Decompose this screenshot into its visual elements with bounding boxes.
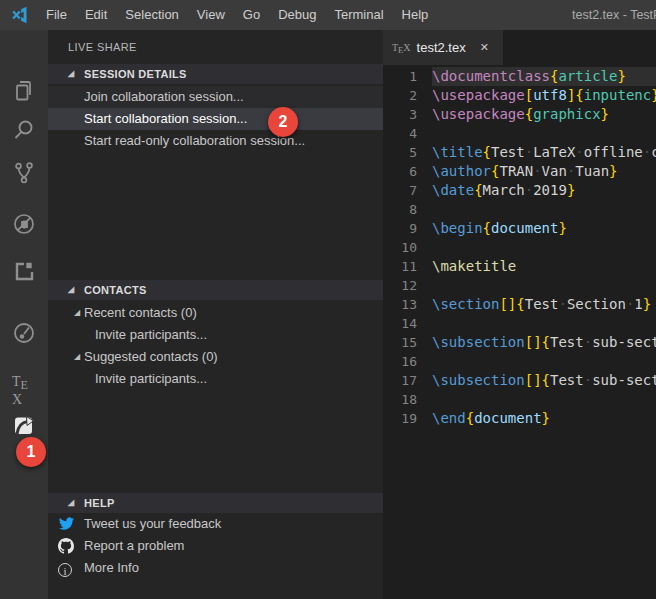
info-icon: i: [58, 560, 76, 576]
code-line-13[interactable]: 13\section[]{Test·Section·1}: [383, 295, 656, 314]
sidebar-title: LIVE SHARE: [48, 30, 383, 62]
section-header-session-details[interactable]: ◢ SESSION DETAILS: [48, 64, 383, 84]
code-line-9[interactable]: 9\begin{document}: [383, 219, 656, 238]
line-number: 3: [383, 105, 417, 124]
sidebar-item-more-info[interactable]: More Infoi: [48, 557, 383, 579]
code-line-16[interactable]: 16: [383, 352, 656, 371]
menu-edit[interactable]: Edit: [76, 0, 116, 30]
code-text: [432, 276, 656, 295]
menu-view[interactable]: View: [188, 0, 234, 30]
menu-terminal[interactable]: Terminal: [325, 0, 392, 30]
code-line-6[interactable]: 6\author{TRAN·Van·Tuan}: [383, 162, 656, 181]
code-line-11[interactable]: 11\maketitle: [383, 257, 656, 276]
collapse-twistie-icon: ◢: [74, 302, 80, 324]
tab-test2-tex[interactable]: TEX test2.tex ✕: [383, 30, 503, 65]
line-number: 5: [383, 143, 417, 162]
code-line-5[interactable]: 5\title{Test·LaTeX·offline·c: [383, 143, 656, 162]
line-number: 8: [383, 200, 417, 219]
line-number: 4: [383, 124, 417, 143]
code-text: \end{document}: [432, 409, 656, 428]
live-share-icon[interactable]: [12, 413, 36, 437]
section-header-contacts[interactable]: ◢ CONTACTS: [48, 280, 383, 300]
code-text: \subsection[]{Test·sub-sect: [432, 333, 656, 352]
code-text: \documentclass{article}: [432, 67, 656, 86]
code-text: [432, 352, 656, 371]
code-line-12[interactable]: 12: [383, 276, 656, 295]
code-line-1[interactable]: 1\documentclass{article}: [383, 67, 656, 86]
line-number: 1: [383, 67, 417, 86]
explorer-icon[interactable]: [12, 79, 36, 103]
line-number: 10: [383, 238, 417, 257]
menu-file[interactable]: File: [37, 0, 76, 30]
annotation-step-1-badge: 1: [16, 437, 46, 467]
item-label: Recent contacts (0): [84, 305, 197, 320]
section-header-help[interactable]: ◢ HELP: [48, 493, 383, 513]
item-label: Invite participants...: [95, 371, 207, 386]
code-text: \usepackage[utf8]{inputenc}: [432, 86, 656, 105]
code-line-17[interactable]: 17\subsection[]{Test·sub-sect: [383, 371, 656, 390]
sidebar-item-invite-participants[interactable]: Invite participants...: [48, 368, 383, 390]
extensions-icon[interactable]: [12, 259, 36, 283]
menu-bar: FileEditSelectionViewGoDebugTerminalHelp: [37, 0, 437, 30]
code-text: \section[]{Test·Section·1}: [432, 295, 656, 314]
menu-selection[interactable]: Selection: [116, 0, 187, 30]
collapse-twistie-icon: ◢: [68, 280, 74, 300]
line-number: 17: [383, 371, 417, 390]
menu-debug[interactable]: Debug: [269, 0, 325, 30]
code-text: \author{TRAN·Van·Tuan}: [432, 162, 656, 181]
code-line-7[interactable]: 7\date{March·2019}: [383, 181, 656, 200]
sidebar-item-suggested-contacts-0[interactable]: Suggested contacts (0)◢: [48, 346, 383, 368]
code-line-18[interactable]: 18: [383, 390, 656, 409]
item-label: More Info: [84, 560, 139, 575]
item-label: Suggested contacts (0): [84, 349, 218, 364]
tex-label: TEX: [12, 374, 28, 407]
source-control-icon[interactable]: [12, 161, 36, 185]
sidebar-item-recent-contacts-0[interactable]: Recent contacts (0)◢: [48, 302, 383, 324]
window-title: test2.tex - TestPr: [572, 0, 656, 30]
code-line-4[interactable]: 4: [383, 124, 656, 143]
title-bar: FileEditSelectionViewGoDebugTerminalHelp…: [0, 0, 656, 30]
sidebar-item-start-read-only-collaboration-session[interactable]: Start read-only collaboration session...: [48, 130, 383, 152]
gauge-extension-icon[interactable]: [12, 321, 36, 345]
collapse-twistie-icon: ◢: [74, 346, 80, 368]
code-line-3[interactable]: 3\usepackage{graphicx}: [383, 105, 656, 124]
line-number: 18: [383, 390, 417, 409]
sidebar-item-start-collaboration-session[interactable]: Start collaboration session...: [48, 108, 383, 130]
code-editor[interactable]: 1\documentclass{article}2\usepackage[utf…: [383, 67, 656, 428]
code-line-10[interactable]: 10: [383, 238, 656, 257]
line-number: 12: [383, 276, 417, 295]
item-label: Invite participants...: [95, 327, 207, 342]
debug-icon[interactable]: [12, 212, 36, 236]
line-number: 15: [383, 333, 417, 352]
activity-bar: TEX 1: [0, 30, 48, 599]
live-share-sidebar: LIVE SHARE ◢ SESSION DETAILS Join collab…: [48, 30, 383, 599]
code-text: [432, 124, 656, 143]
code-line-19[interactable]: 19\end{document}: [383, 409, 656, 428]
github-icon: [58, 538, 76, 554]
menu-go[interactable]: Go: [234, 0, 269, 30]
code-line-14[interactable]: 14: [383, 314, 656, 333]
twitter-icon: [58, 516, 76, 532]
line-number: 2: [383, 86, 417, 105]
latex-workshop-icon[interactable]: TEX: [12, 372, 36, 390]
sidebar-item-report-a-problem[interactable]: Report a problem: [48, 535, 383, 557]
sidebar-item-tweet-us-your-feedback[interactable]: Tweet us your feedback: [48, 513, 383, 535]
close-icon[interactable]: ✕: [480, 41, 489, 54]
line-number: 7: [383, 181, 417, 200]
sidebar-item-invite-participants[interactable]: Invite participants...: [48, 324, 383, 346]
line-number: 19: [383, 409, 417, 428]
code-text: \usepackage{graphicx}: [432, 105, 656, 124]
item-label: Start collaboration session...: [84, 111, 247, 126]
code-line-15[interactable]: 15\subsection[]{Test·sub-sect: [383, 333, 656, 352]
code-text: \maketitle: [432, 257, 656, 276]
code-text: \begin{document}: [432, 219, 656, 238]
item-label: Tweet us your feedback: [84, 516, 221, 531]
menu-help[interactable]: Help: [393, 0, 438, 30]
line-number: 13: [383, 295, 417, 314]
annotation-step-2-badge: 2: [268, 107, 298, 137]
code-line-2[interactable]: 2\usepackage[utf8]{inputenc}: [383, 86, 656, 105]
code-text: \date{March·2019}: [432, 181, 656, 200]
code-line-8[interactable]: 8: [383, 200, 656, 219]
sidebar-item-join-collaboration-session[interactable]: Join collaboration session...: [48, 86, 383, 108]
search-icon[interactable]: [12, 118, 36, 142]
